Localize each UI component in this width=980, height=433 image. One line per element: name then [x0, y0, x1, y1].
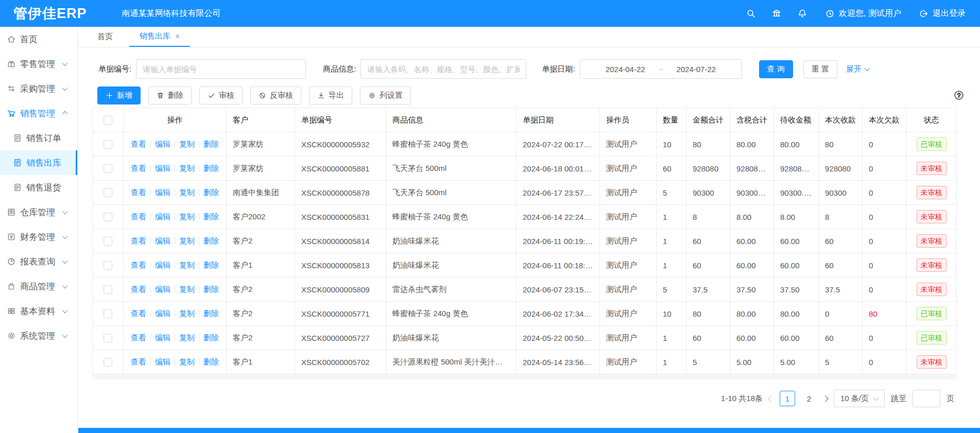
edit-link[interactable]: 编辑: [155, 212, 170, 221]
search-button[interactable]: 查 询: [759, 60, 793, 78]
edit-link[interactable]: 编辑: [155, 188, 170, 197]
sidebar-item-sales-return[interactable]: 销售退货: [0, 175, 77, 200]
export-button[interactable]: 导出: [309, 86, 352, 105]
search-icon[interactable]: [746, 8, 756, 19]
column-settings-button[interactable]: 列设置: [360, 86, 411, 105]
help-icon[interactable]: [953, 90, 965, 101]
row-checkbox[interactable]: [104, 164, 112, 173]
view-link[interactable]: 查看: [131, 140, 146, 148]
edit-link[interactable]: 编辑: [155, 357, 170, 366]
copy-link[interactable]: 复制: [179, 309, 195, 318]
delete-link[interactable]: 删除: [203, 164, 219, 172]
edit-link[interactable]: 编辑: [155, 333, 170, 342]
row-checkbox[interactable]: [104, 237, 112, 246]
copy-link[interactable]: 复制: [179, 285, 195, 293]
audit-button[interactable]: 审核: [199, 86, 243, 105]
sidebar-item-products[interactable]: 商品管理: [0, 274, 77, 299]
bell-icon[interactable]: [797, 8, 807, 19]
copy-link[interactable]: 复制: [179, 261, 195, 269]
delete-link[interactable]: 删除: [203, 140, 219, 148]
chevron-down-icon: [864, 65, 870, 71]
row-checkbox[interactable]: [104, 213, 112, 221]
copy-link[interactable]: 复制: [179, 140, 195, 148]
row-checkbox[interactable]: [104, 309, 112, 318]
sidebar-item-home[interactable]: 首页: [0, 27, 77, 51]
row-checkbox[interactable]: [104, 285, 112, 294]
cell-received: 0: [819, 302, 863, 326]
sidebar-item-system[interactable]: 系统管理: [0, 323, 77, 348]
delete-link[interactable]: 删除: [203, 285, 219, 293]
edit-link[interactable]: 编辑: [155, 261, 170, 269]
prev-page-icon[interactable]: [768, 395, 775, 402]
jump-page-input[interactable]: [913, 390, 940, 407]
row-checkbox[interactable]: [104, 358, 112, 367]
date-end[interactable]: 2024-07-22: [676, 65, 716, 74]
delete-link[interactable]: 删除: [203, 188, 219, 197]
product-info-input[interactable]: [360, 59, 526, 79]
logout-button[interactable]: 退出登录: [919, 8, 966, 19]
edit-link[interactable]: 编辑: [155, 285, 170, 293]
view-link[interactable]: 查看: [131, 212, 146, 221]
sidebar-item-sales[interactable]: 销售管理: [0, 101, 77, 126]
view-link[interactable]: 查看: [131, 333, 146, 342]
cell-received: 60: [819, 229, 863, 253]
cell-owed: 0: [863, 132, 906, 157]
page-size-select[interactable]: 10 条/页: [834, 390, 885, 407]
close-icon[interactable]: ×: [175, 32, 180, 41]
view-link[interactable]: 查看: [131, 188, 146, 197]
view-link[interactable]: 查看: [131, 164, 146, 172]
next-page-icon[interactable]: [822, 395, 829, 402]
row-checkbox[interactable]: [104, 334, 112, 342]
date-range-picker[interactable]: 2024-04-22 ~ 2024-07-22: [580, 59, 742, 79]
delete-button[interactable]: 删除: [148, 86, 192, 105]
sidebar-item-sales-order[interactable]: 销售订单: [0, 126, 77, 150]
edit-link[interactable]: 编辑: [155, 236, 170, 245]
row-checkbox[interactable]: [104, 140, 112, 149]
reset-button[interactable]: 重 置: [803, 60, 837, 78]
copy-link[interactable]: 复制: [179, 333, 195, 342]
cell-operator: 测试用户: [600, 132, 657, 157]
sidebar-item-basic-data[interactable]: 基本资料: [0, 299, 77, 323]
view-link[interactable]: 查看: [131, 285, 146, 293]
select-all-checkbox[interactable]: [104, 116, 112, 125]
row-checkbox[interactable]: [104, 188, 112, 197]
page-2-button[interactable]: 2: [801, 391, 817, 406]
delete-link[interactable]: 删除: [203, 333, 219, 342]
copy-link[interactable]: 复制: [179, 236, 195, 245]
delete-link[interactable]: 删除: [203, 236, 219, 245]
copy-link[interactable]: 复制: [179, 357, 195, 366]
delete-link[interactable]: 删除: [203, 309, 219, 318]
view-link[interactable]: 查看: [131, 357, 146, 366]
view-link[interactable]: 查看: [131, 261, 146, 269]
copy-link[interactable]: 复制: [179, 164, 195, 172]
tab-sales-outbound[interactable]: 销售出库 ×: [129, 27, 190, 47]
sidebar-item-reports[interactable]: 报表查询: [0, 249, 77, 274]
sidebar-item-finance[interactable]: 财务管理: [0, 224, 77, 249]
view-link[interactable]: 查看: [131, 236, 146, 245]
delete-link[interactable]: 删除: [203, 357, 219, 366]
sidebar-item-purchase[interactable]: 采购管理: [0, 76, 77, 101]
unaudit-button[interactable]: 反审核: [250, 86, 301, 105]
row-actions: 查看编辑复制删除: [124, 278, 227, 302]
order-no-input[interactable]: [136, 59, 306, 79]
view-link[interactable]: 查看: [131, 309, 146, 318]
user-welcome[interactable]: 欢迎您, 测试用户: [825, 8, 901, 19]
tab-home[interactable]: 首页: [87, 27, 123, 47]
edit-link[interactable]: 编辑: [155, 309, 170, 318]
sidebar-item-sales-outbound[interactable]: 销售出库: [0, 150, 77, 175]
add-button[interactable]: 新增: [97, 86, 141, 105]
copy-link[interactable]: 复制: [179, 188, 195, 197]
sidebar-item-warehouse[interactable]: 仓库管理: [0, 200, 77, 224]
table-scrollbar-track[interactable]: [92, 374, 956, 379]
copy-link[interactable]: 复制: [179, 212, 195, 221]
edit-link[interactable]: 编辑: [155, 164, 170, 172]
page-1-button[interactable]: 1: [780, 391, 795, 406]
delete-link[interactable]: 删除: [203, 212, 219, 221]
edit-link[interactable]: 编辑: [155, 140, 170, 148]
bank-icon[interactable]: [771, 8, 782, 19]
expand-link[interactable]: 展开: [846, 64, 869, 74]
sidebar-item-retail[interactable]: 零售管理: [0, 51, 77, 76]
row-checkbox[interactable]: [104, 261, 112, 270]
delete-link[interactable]: 删除: [203, 261, 219, 269]
date-start[interactable]: 2024-04-22: [606, 65, 645, 74]
